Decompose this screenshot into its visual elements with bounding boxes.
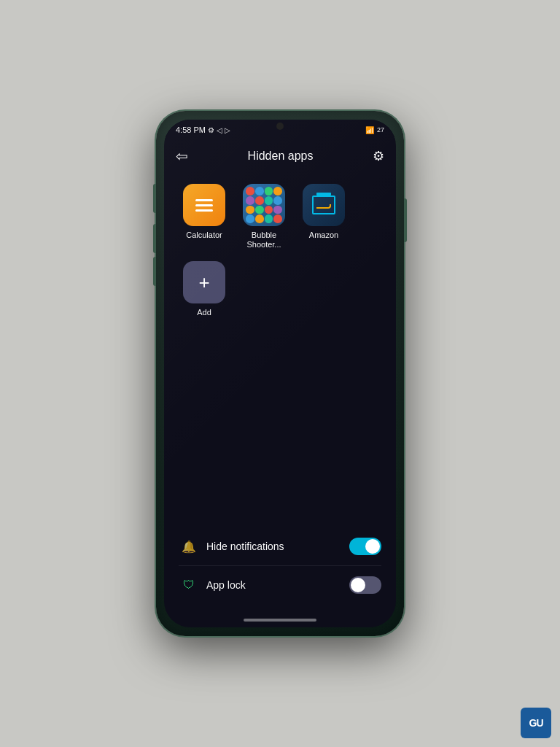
add-button-row: + Add — [164, 261, 396, 317]
status-time: 4:58 PM ⚙ ◁ ▷ — [176, 125, 230, 134]
status-icon-back: ◁ — [217, 126, 222, 134]
phone-outer: 4:58 PM ⚙ ◁ ▷ 📶 27 ⇦ Hidden apps ⚙ — [156, 111, 404, 636]
status-icon-settings: ⚙ — [208, 126, 214, 134]
home-indicator — [244, 619, 316, 622]
add-label: Add — [197, 308, 211, 317]
wifi-icon: 📶 — [365, 126, 374, 134]
bell-slash-icon: 🔔 — [179, 540, 199, 554]
bubble-shooter-label: Bubble Shooter... — [238, 231, 289, 249]
calculator-icon — [183, 184, 225, 226]
app-lock-row: 🛡 App lock — [179, 566, 381, 604]
app-item-amazon[interactable]: Amazon — [298, 184, 349, 249]
watermark: GU — [521, 708, 551, 738]
calculator-label: Calculator — [186, 231, 222, 240]
settings-gear-icon[interactable]: ⚙ — [373, 148, 384, 164]
bottom-settings: 🔔 Hide notifications 🛡 App lock — [164, 527, 396, 619]
top-bar: ⇦ Hidden apps ⚙ — [164, 140, 396, 172]
hide-notifications-row: 🔔 Hide notifications — [179, 527, 381, 566]
amazon-icon — [303, 184, 345, 226]
camera-notch — [276, 123, 284, 130]
back-button[interactable]: ⇦ — [176, 147, 188, 165]
hide-notifications-label: Hide notifications — [206, 541, 349, 552]
phone-screen: 4:58 PM ⚙ ◁ ▷ 📶 27 ⇦ Hidden apps ⚙ — [164, 120, 396, 627]
status-icon-play: ▷ — [225, 126, 230, 134]
battery-icon: 27 — [377, 126, 384, 133]
app-lock-thumb — [351, 578, 365, 592]
app-item-calculator[interactable]: Calculator — [179, 184, 230, 249]
status-icons-right: 📶 27 — [365, 126, 384, 134]
app-grid: Calculator — [164, 172, 396, 261]
app-lock-toggle[interactable] — [349, 576, 381, 594]
shield-icon: 🛡 — [179, 578, 199, 592]
app-item-bubble-shooter[interactable]: Bubble Shooter... — [238, 184, 289, 249]
amazon-label: Amazon — [309, 231, 338, 240]
add-icon[interactable]: + — [183, 261, 225, 303]
bubble-shooter-icon — [243, 184, 285, 226]
time-display: 4:58 PM — [176, 125, 206, 134]
add-app-item[interactable]: + Add — [179, 261, 230, 317]
hide-notifications-toggle[interactable] — [349, 538, 381, 555]
hide-notifications-thumb — [365, 539, 380, 554]
page-title: Hidden apps — [248, 150, 314, 163]
app-lock-label: App lock — [206, 579, 349, 591]
